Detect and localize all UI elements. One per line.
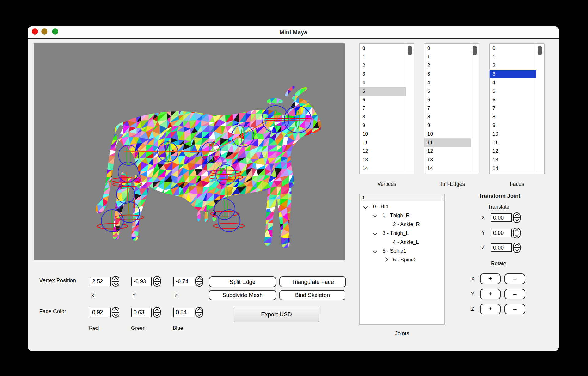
list-item[interactable]: 0 xyxy=(424,44,471,53)
scrollbar-thumb[interactable] xyxy=(538,46,542,55)
list-item[interactable]: 11 xyxy=(360,138,406,147)
list-item[interactable]: 9 xyxy=(424,121,471,130)
list-item[interactable]: 10 xyxy=(490,130,536,138)
list-item[interactable]: 7 xyxy=(424,104,471,113)
titlebar[interactable]: Mini Maya xyxy=(28,26,559,39)
chevron-down-icon[interactable] xyxy=(373,231,378,236)
scrollbar-thumb[interactable] xyxy=(408,46,412,55)
vertices-scrollbar[interactable] xyxy=(406,44,414,174)
list-item[interactable]: 4 xyxy=(360,78,406,87)
list-item[interactable]: 11 xyxy=(490,138,536,147)
subdivide-mesh-button[interactable]: Subdivide Mesh xyxy=(209,290,276,300)
translate-z-field[interactable]: 0.00 xyxy=(491,243,512,252)
scrollbar-thumb[interactable] xyxy=(473,46,477,55)
list-item[interactable]: 5 xyxy=(360,87,406,96)
list-item[interactable]: 5 xyxy=(424,87,471,96)
list-item[interactable]: 14 xyxy=(424,164,471,173)
vertex-x-stepper[interactable] xyxy=(112,276,119,287)
list-item[interactable]: 7 xyxy=(360,104,406,113)
split-edge-button[interactable]: Split Edge xyxy=(209,276,276,287)
face-blue-field[interactable]: 0.54 xyxy=(173,308,194,317)
bind-skeleton-button[interactable]: Bind Skeleton xyxy=(279,290,345,300)
vertex-y-field[interactable]: -0.93 xyxy=(131,277,152,286)
translate-y-stepper[interactable] xyxy=(513,228,521,238)
list-item[interactable]: 13 xyxy=(424,156,471,164)
list-item[interactable]: 9 xyxy=(360,121,406,130)
list-item[interactable]: 8 xyxy=(360,113,406,121)
list-item[interactable]: 13 xyxy=(360,156,406,164)
list-item[interactable]: 6 xyxy=(360,96,406,104)
list-item[interactable]: 15 xyxy=(490,173,536,174)
list-item[interactable]: 6 xyxy=(490,96,536,104)
chevron-down-icon[interactable] xyxy=(363,204,368,209)
joints-tree[interactable]: 1 0 - Hip1 - Thigh_R2 - Ankle_R3 - Thigh… xyxy=(359,194,445,325)
list-item[interactable]: 8 xyxy=(490,113,536,121)
faces-list[interactable]: 0123456789101112131415 xyxy=(489,43,545,174)
translate-x-stepper[interactable] xyxy=(513,212,521,223)
list-item[interactable]: 14 xyxy=(490,164,536,173)
list-item[interactable]: 1 xyxy=(360,53,406,61)
list-item[interactable]: 9 xyxy=(490,121,536,130)
rotate-y-plus-button[interactable]: + xyxy=(480,289,501,299)
viewport-3d-canvas[interactable] xyxy=(34,43,345,260)
vertex-y-stepper[interactable] xyxy=(153,276,161,287)
list-item[interactable]: 13 xyxy=(490,156,536,164)
list-item[interactable]: 15 xyxy=(424,173,471,174)
vertex-z-stepper[interactable] xyxy=(195,276,203,287)
list-item[interactable]: 7 xyxy=(490,104,536,113)
translate-x-field[interactable]: 0.00 xyxy=(491,213,512,222)
list-item[interactable]: 0 xyxy=(490,44,536,53)
vertices-list[interactable]: 0123456789101112131415 xyxy=(359,43,414,174)
rotate-z-plus-button[interactable]: + xyxy=(480,304,501,314)
list-item[interactable]: 1 xyxy=(424,53,471,61)
vertex-x-field[interactable]: 2.52 xyxy=(90,277,111,286)
tree-header-divider xyxy=(443,194,443,200)
list-item[interactable]: 6 xyxy=(424,96,471,104)
export-usd-button[interactable]: Export USD xyxy=(234,307,319,322)
list-item[interactable]: 12 xyxy=(360,147,406,156)
faces-scrollbar[interactable] xyxy=(536,44,544,174)
list-item[interactable]: 2 xyxy=(360,61,406,70)
vertex-z-field[interactable]: -0.74 xyxy=(173,277,194,286)
list-item[interactable]: 4 xyxy=(490,78,536,87)
list-item[interactable]: 1 xyxy=(490,53,536,61)
tree-item-label: 1 - Thigh_R xyxy=(383,211,410,220)
chevron-down-icon[interactable] xyxy=(373,213,378,218)
list-item[interactable]: 10 xyxy=(360,130,406,138)
list-item[interactable]: 15 xyxy=(360,173,406,174)
list-item[interactable]: 2 xyxy=(490,61,536,70)
face-green-field[interactable]: 0.63 xyxy=(131,308,152,317)
triangulate-face-button[interactable]: Triangulate Face xyxy=(279,276,346,287)
list-item[interactable]: 5 xyxy=(490,87,536,96)
list-item[interactable]: 3 xyxy=(424,70,471,78)
rotate-x-minus-button[interactable]: – xyxy=(504,273,525,284)
list-item[interactable]: 12 xyxy=(424,147,471,156)
tree-item-label: 3 - Thigh_L xyxy=(383,229,409,238)
list-item[interactable]: 14 xyxy=(360,164,406,173)
face-red-stepper[interactable] xyxy=(112,307,119,318)
list-item[interactable]: 10 xyxy=(424,130,471,138)
chevron-right-icon[interactable] xyxy=(383,257,388,262)
list-item[interactable]: 11 xyxy=(424,138,471,147)
list-item[interactable]: 8 xyxy=(424,113,471,121)
rotate-x-plus-button[interactable]: + xyxy=(480,273,501,284)
list-item[interactable]: 3 xyxy=(360,70,406,78)
rotate-y-minus-button[interactable]: – xyxy=(504,289,525,299)
list-item[interactable]: 2 xyxy=(424,61,471,70)
face-green-channel-label: Green xyxy=(131,325,145,331)
list-item[interactable]: 0 xyxy=(360,44,406,53)
face-red-channel-label: Red xyxy=(89,325,99,331)
half-edges-scrollbar[interactable] xyxy=(471,44,479,174)
rotate-z-minus-button[interactable]: – xyxy=(504,304,525,314)
list-item[interactable]: 12 xyxy=(490,147,536,156)
translate-label: Translate xyxy=(454,204,544,210)
face-blue-stepper[interactable] xyxy=(195,307,203,318)
face-red-field[interactable]: 0.92 xyxy=(90,308,111,317)
chevron-down-icon[interactable] xyxy=(373,249,378,254)
list-item[interactable]: 4 xyxy=(424,78,471,87)
list-item[interactable]: 3 xyxy=(490,70,536,78)
half-edges-list[interactable]: 0123456789101112131415 xyxy=(424,43,479,174)
translate-z-stepper[interactable] xyxy=(513,243,521,253)
translate-y-field[interactable]: 0.00 xyxy=(491,229,512,237)
face-green-stepper[interactable] xyxy=(153,307,161,318)
